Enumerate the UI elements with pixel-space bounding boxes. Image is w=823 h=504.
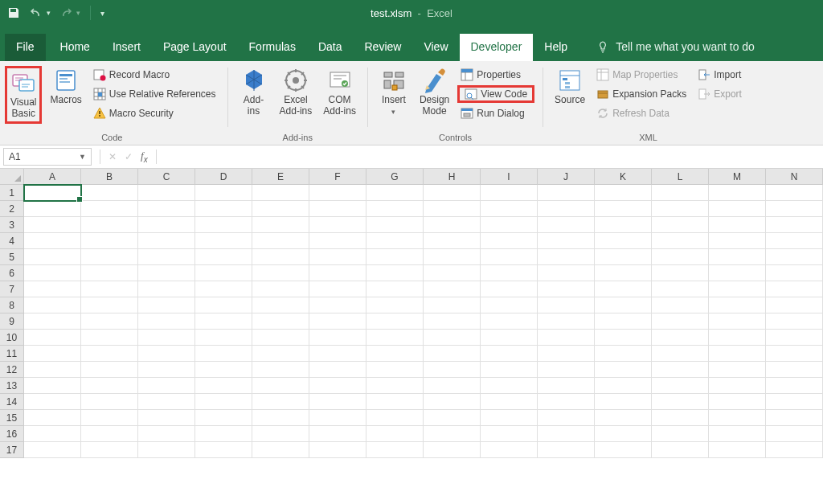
- cell[interactable]: [252, 346, 309, 362]
- cell[interactable]: [595, 442, 652, 458]
- cell[interactable]: [709, 330, 766, 346]
- cell[interactable]: [595, 410, 652, 426]
- row-header[interactable]: 14: [0, 394, 24, 410]
- cell[interactable]: [709, 346, 766, 362]
- cell[interactable]: [424, 362, 481, 378]
- row-header[interactable]: 16: [0, 426, 24, 442]
- cell[interactable]: [366, 378, 424, 394]
- cell[interactable]: [595, 330, 652, 346]
- cell[interactable]: [766, 297, 823, 313]
- cell[interactable]: [652, 426, 709, 442]
- cell[interactable]: [81, 281, 138, 297]
- cell[interactable]: [81, 249, 138, 265]
- cell[interactable]: [595, 233, 652, 249]
- cell[interactable]: [195, 217, 252, 233]
- cell[interactable]: [766, 265, 823, 281]
- row-header[interactable]: 17: [0, 442, 24, 458]
- export-button[interactable]: Export: [694, 85, 745, 103]
- cell[interactable]: [252, 362, 309, 378]
- refresh-data-button[interactable]: Refresh Data: [593, 104, 690, 122]
- cell[interactable]: [709, 265, 766, 281]
- cell[interactable]: [766, 217, 823, 233]
- macros-button[interactable]: Macros: [47, 66, 84, 108]
- cell[interactable]: [309, 185, 366, 201]
- source-button[interactable]: Source: [551, 66, 588, 108]
- cell[interactable]: [424, 410, 481, 426]
- row-header[interactable]: 10: [0, 330, 24, 346]
- cell[interactable]: [595, 378, 652, 394]
- cell[interactable]: [138, 201, 195, 217]
- cell[interactable]: [709, 378, 766, 394]
- cell[interactable]: [81, 297, 138, 313]
- cell[interactable]: [24, 362, 81, 378]
- cell[interactable]: [766, 378, 823, 394]
- visual-basic-button[interactable]: Visual Basic: [5, 66, 42, 124]
- cell[interactable]: [138, 313, 195, 330]
- cell[interactable]: [81, 201, 138, 217]
- cell[interactable]: [481, 313, 538, 330]
- col-header-K[interactable]: K: [595, 169, 652, 184]
- tab-review[interactable]: Review: [354, 34, 413, 61]
- cell[interactable]: [424, 378, 481, 394]
- expansion-packs-button[interactable]: Expansion Packs: [593, 85, 690, 103]
- cell[interactable]: [766, 330, 823, 346]
- tab-developer[interactable]: Developer: [460, 34, 534, 61]
- col-header-J[interactable]: J: [538, 169, 595, 184]
- col-header-H[interactable]: H: [424, 169, 481, 184]
- cell[interactable]: [538, 346, 595, 362]
- cell[interactable]: [709, 249, 766, 265]
- cell[interactable]: [424, 185, 481, 201]
- cell[interactable]: [81, 217, 138, 233]
- tab-page-layout[interactable]: Page Layout: [152, 34, 238, 61]
- cell[interactable]: [138, 394, 195, 410]
- cell[interactable]: [709, 297, 766, 313]
- cell[interactable]: [652, 297, 709, 313]
- cell[interactable]: [652, 233, 709, 249]
- cell[interactable]: [309, 313, 366, 330]
- cell[interactable]: [766, 394, 823, 410]
- cell[interactable]: [309, 201, 366, 217]
- cell[interactable]: [24, 201, 81, 217]
- cell[interactable]: [309, 217, 366, 233]
- properties-button[interactable]: Properties: [457, 66, 534, 84]
- cell[interactable]: [766, 281, 823, 297]
- cell[interactable]: [709, 442, 766, 458]
- cell[interactable]: [595, 249, 652, 265]
- cell[interactable]: [766, 233, 823, 249]
- cell[interactable]: [195, 330, 252, 346]
- cell[interactable]: [766, 201, 823, 217]
- cancel-formula-button[interactable]: ✕: [109, 151, 117, 162]
- cell[interactable]: [652, 394, 709, 410]
- cell[interactable]: [81, 394, 138, 410]
- cell[interactable]: [195, 233, 252, 249]
- tab-data[interactable]: Data: [307, 34, 354, 61]
- cell[interactable]: [252, 442, 309, 458]
- cell[interactable]: [366, 426, 424, 442]
- cell[interactable]: [538, 426, 595, 442]
- cell[interactable]: [81, 442, 138, 458]
- redo-dropdown-icon[interactable]: ▾: [76, 9, 80, 17]
- cell[interactable]: [652, 249, 709, 265]
- grid-body[interactable]: 1234567891011121314151617: [0, 185, 823, 458]
- cell[interactable]: [366, 410, 424, 426]
- formula-input[interactable]: [157, 148, 823, 166]
- col-header-B[interactable]: B: [81, 169, 138, 184]
- cell[interactable]: [138, 297, 195, 313]
- cell[interactable]: [81, 346, 138, 362]
- cell[interactable]: [652, 185, 709, 201]
- row-header[interactable]: 4: [0, 233, 24, 249]
- cell[interactable]: [195, 297, 252, 313]
- col-header-E[interactable]: E: [252, 169, 309, 184]
- cell[interactable]: [424, 426, 481, 442]
- cell[interactable]: [252, 185, 309, 201]
- cell[interactable]: [195, 281, 252, 297]
- cell[interactable]: [309, 362, 366, 378]
- save-button[interactable]: [6, 6, 21, 20]
- cell[interactable]: [24, 378, 81, 394]
- cell[interactable]: [538, 297, 595, 313]
- cell[interactable]: [481, 201, 538, 217]
- cell[interactable]: [81, 233, 138, 249]
- cell[interactable]: [195, 313, 252, 330]
- cell[interactable]: [138, 378, 195, 394]
- cell[interactable]: [366, 249, 424, 265]
